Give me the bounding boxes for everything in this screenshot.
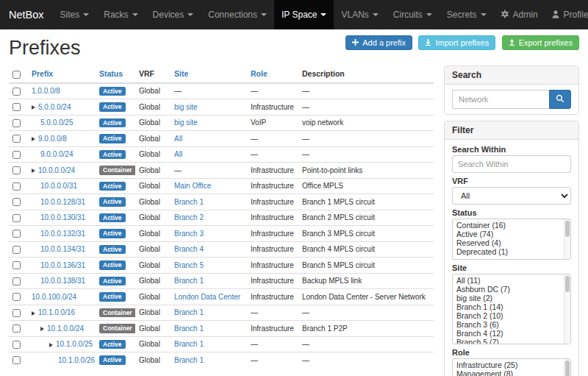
nav-item-devices[interactable]: Devices <box>146 0 201 29</box>
row-checkbox[interactable] <box>12 341 21 349</box>
site-filter-listbox[interactable]: All (11)Ashburn DC (7)big site (2)Branch… <box>452 274 571 344</box>
prefix-link[interactable]: 10.0.0.0/31 <box>40 182 77 190</box>
prefix-link[interactable]: 10.0.0.136/31 <box>40 261 85 269</box>
prefix-link[interactable]: 10.1.0.0/25 <box>56 340 93 348</box>
column-header-status[interactable]: Status <box>96 65 135 83</box>
row-checkbox[interactable] <box>12 309 21 317</box>
row-checkbox[interactable] <box>12 88 21 96</box>
prefix-link[interactable]: 10.1.0.0/24 <box>47 324 84 333</box>
search-input[interactable] <box>452 90 549 109</box>
nav-item-ip-space[interactable]: IP Space <box>274 0 334 29</box>
prefix-cell: 10.1.0.0/16 <box>28 305 96 321</box>
prefix-link[interactable]: 10.1.0.0/16 <box>38 308 75 316</box>
prefix-link[interactable]: 10.0.0.132/31 <box>40 230 85 238</box>
prefix-link[interactable]: 9.0.0.0/8 <box>38 135 67 143</box>
prefix-link[interactable]: 1.0.0.0/8 <box>32 87 60 95</box>
prefix-link[interactable]: 10.0.0.138/31 <box>40 277 85 285</box>
row-checkbox[interactable] <box>12 198 21 206</box>
status-filter-listbox[interactable]: Container (16)Active (74)Reserved (4)Dep… <box>452 219 571 260</box>
row-checkbox[interactable] <box>12 261 21 269</box>
filter-option[interactable]: Reserved (4) <box>453 238 570 247</box>
site-link[interactable]: All <box>174 150 182 158</box>
row-checkbox[interactable] <box>12 230 21 238</box>
site-link[interactable]: Branch 1 <box>174 277 204 285</box>
nav-item-profile[interactable]: Profile <box>545 0 588 29</box>
filter-option[interactable]: big site (2) <box>453 294 570 302</box>
site-link[interactable]: Branch 2 <box>174 213 204 221</box>
site-link[interactable]: London Data Center <box>174 293 240 301</box>
column-header-role[interactable]: Role <box>247 65 298 83</box>
filter-option[interactable]: Infrastructure (25) <box>453 361 570 369</box>
filter-option[interactable]: Branch 4 (12) <box>453 329 570 338</box>
column-header-prefix[interactable]: Prefix <box>28 65 96 83</box>
filter-option[interactable]: Active (74) <box>453 230 570 238</box>
brand-link[interactable]: NetBox <box>9 0 44 29</box>
row-checkbox[interactable] <box>12 324 21 333</box>
row-checkbox[interactable] <box>12 356 21 364</box>
prefix-link[interactable]: 9.0.0.0/24 <box>40 150 73 158</box>
nav-item-secrets[interactable]: Secrets <box>440 0 494 29</box>
site-link[interactable]: big site <box>174 118 198 127</box>
page-actions: Add a prefix Import prefixes Export pref… <box>343 35 579 50</box>
prefix-cell: 5.0.0.0/24 <box>28 99 96 116</box>
status-cell: Active <box>96 273 135 289</box>
search-button[interactable] <box>549 90 571 109</box>
filter-option[interactable]: All (11) <box>453 276 570 285</box>
site-link[interactable]: All <box>174 135 182 143</box>
site-link[interactable]: big site <box>174 103 198 111</box>
site-link[interactable]: Branch 1 <box>174 324 204 333</box>
role-filter-listbox[interactable]: Infrastructure (25)Management (8)Private… <box>452 358 571 376</box>
import-prefixes-button[interactable]: Import prefixes <box>418 35 495 50</box>
filter-option[interactable]: Branch 2 (10) <box>453 311 570 320</box>
row-checkbox[interactable] <box>12 135 21 143</box>
row-checkbox[interactable] <box>12 214 21 222</box>
row-checkbox[interactable] <box>12 166 21 174</box>
site-filter-label: Site <box>452 263 571 272</box>
add-prefix-button[interactable]: Add a prefix <box>345 35 412 50</box>
row-checkbox[interactable] <box>12 182 21 191</box>
prefix-link[interactable]: 10.0.0.134/31 <box>40 245 85 253</box>
nav-item-sites[interactable]: Sites <box>53 0 97 29</box>
nav-item-connections[interactable]: Connections <box>201 0 274 29</box>
site-link[interactable]: Branch 1 <box>174 308 204 316</box>
prefix-link[interactable]: 10.0.100.0/24 <box>32 293 76 301</box>
filter-option[interactable]: Branch 3 (6) <box>453 320 570 329</box>
vrf-select[interactable]: All <box>452 187 571 205</box>
prefix-link[interactable]: 10.0.0.0/24 <box>38 166 75 174</box>
vrf-label: VRF <box>452 177 571 185</box>
filter-option[interactable]: Ashburn DC (7) <box>453 285 570 294</box>
nav-item-vlans[interactable]: VLANs <box>334 0 385 29</box>
export-prefixes-button[interactable]: Export prefixes <box>502 35 579 50</box>
prefix-link[interactable]: 5.0.0.0/24 <box>38 103 71 111</box>
site-link[interactable]: Branch 3 <box>174 230 204 238</box>
prefix-link[interactable]: 10.0.0.128/31 <box>40 198 85 206</box>
site-link[interactable]: Main Office <box>174 182 211 190</box>
site-link[interactable]: Branch 1 <box>174 356 204 364</box>
filter-option[interactable]: Management (8) <box>453 369 570 376</box>
row-checkbox[interactable] <box>12 246 21 254</box>
nav-item-racks[interactable]: Racks <box>96 0 145 29</box>
filter-option[interactable]: Deprecated (1) <box>453 247 570 256</box>
filter-option[interactable]: Branch 5 (7) <box>453 338 570 344</box>
prefix-link[interactable]: 5.0.0.0/25 <box>40 118 73 127</box>
prefix-table-body: 1.0.0.0/8ActiveGlobal———5.0.0.0/24Active… <box>9 83 434 368</box>
site-link[interactable]: Branch 4 <box>174 245 204 253</box>
site-link[interactable]: Branch 1 <box>174 198 204 206</box>
filter-option[interactable]: Branch 1 (14) <box>453 302 570 311</box>
site-link[interactable]: Branch 1 <box>174 340 204 348</box>
select-all-checkbox[interactable] <box>12 71 21 79</box>
row-checkbox[interactable] <box>12 119 21 127</box>
nav-item-circuits[interactable]: Circuits <box>386 0 440 29</box>
search-within-input[interactable] <box>452 155 571 173</box>
row-checkbox[interactable] <box>12 151 21 159</box>
row-checkbox[interactable] <box>12 277 21 285</box>
prefix-link[interactable]: 10.0.0.130/31 <box>40 213 85 221</box>
site-link[interactable]: Branch 5 <box>174 261 204 269</box>
row-checkbox[interactable] <box>12 293 21 301</box>
filter-option[interactable]: Container (16) <box>453 221 570 230</box>
status-cell: Active <box>96 289 135 305</box>
row-checkbox[interactable] <box>12 103 21 111</box>
nav-item-admin[interactable]: Admin <box>494 0 545 29</box>
column-header-site[interactable]: Site <box>171 65 247 83</box>
prefix-link[interactable]: 10.1.0.0/26 <box>58 356 95 364</box>
